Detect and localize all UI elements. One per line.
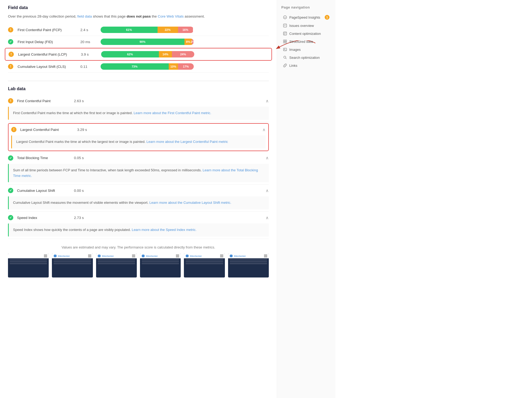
thumb1-menu [44,255,47,257]
sidebar-item-links[interactable]: Links [281,61,331,69]
t4l1 [142,259,179,260]
t6b3 [264,257,267,257]
thumb4-logo [142,255,145,257]
t5b1 [220,255,223,255]
field-data-link[interactable]: field data [77,14,92,18]
lab-fcp-value: 2.63 s [74,99,262,103]
lcp-bar-green: 62% [101,51,159,57]
field-data-header: Over the previous 28-day collection peri… [8,14,210,19]
sidebar: Page navigation PageSpeed Insights 1 Iss… [277,0,335,398]
fcp-row: ! First Contentful Paint (FCP) 2.4 s 61%… [8,24,269,36]
lcp-bar: 62% 14% 24% [101,51,194,57]
thumbnail-2: Sitechecker [52,254,93,277]
sidebar-item-pagespeed[interactable]: PageSpeed Insights 1 [281,13,331,22]
lab-lcp-detail: Largest Contentful Paint marks the time … [11,135,266,148]
t3b3 [132,257,135,257]
main-content: Field data Over the previous 28-day coll… [0,0,277,398]
t4b2 [176,256,179,256]
thumb3-title: Sitechecker [102,255,114,257]
thumb1-bar1 [44,255,47,255]
t2l2 [53,261,91,262]
t2l1 [53,259,91,260]
svg-point-2 [285,18,285,18]
lab-tbt-value: 0.05 s [74,156,262,160]
lab-data-section: Lab data ! First Contentful Paint 2.63 s… [8,81,269,277]
t2l3 [53,263,91,264]
page-layout: Field data Over the previous 28-day coll… [0,0,532,398]
lab-fcp-header[interactable]: ! First Contentful Paint 2.63 s ∧ [8,95,269,107]
estimated-note: Values are estimated and may vary. The p… [8,245,269,249]
lab-fcp-learn-more[interactable]: Learn more about the First Contentful Pa… [134,111,211,115]
thumb2-menu [88,255,91,257]
core-web-vitals-link[interactable]: Core Web Vitals [158,14,184,18]
sidebar-item-structured[interactable]: Structured data [281,38,331,45]
field-data-section: Field data Over the previous 28-day coll… [8,5,269,73]
lab-si-learn-more[interactable]: Learn more about the Speed Index metric. [132,228,197,232]
thumb4-title: Sitechecker [146,255,158,257]
field-metrics-list: ! First Contentful Paint (FCP) 2.4 s 61%… [8,24,269,73]
lab-lcp-value: 3.29 s [77,128,259,132]
lab-tbt-learn-more[interactable]: Learn more about the Total Blocking Time… [13,168,258,178]
thumb2-title: Sitechecker [58,255,70,257]
lab-cls-row: ✓ Cumulative Layout Shift 0.00 s ∧ Cumul… [8,185,269,212]
lab-lcp-icon: ! [11,127,17,132]
pagespeed-label: PageSpeed Insights [289,15,320,19]
lab-tbt-header[interactable]: ✓ Total Blocking Time 0.05 s ∧ [8,152,269,164]
sidebar-item-images[interactable]: Images [281,45,331,53]
t5b3 [220,257,223,257]
thumb4-menu [176,255,179,257]
lab-tbt-icon: ✓ [8,155,13,161]
cls-bar-green: 73% [101,63,169,70]
lab-fcp-row: ! First Contentful Paint 2.63 s ∧ First … [8,95,269,122]
thumb2-header: Sitechecker [52,254,93,258]
t2b2 [88,256,91,256]
structured-label: Structured data [289,40,313,44]
t1l2 [10,261,47,262]
images-label: Images [289,48,301,52]
lab-lcp-learn-more[interactable]: Learn more about the Largest Contentful … [146,140,228,144]
lab-si-header[interactable]: ✓ Speed Index 2.73 s ∧ [8,212,269,223]
lab-lcp-name: Largest Contentful Paint [20,128,73,132]
links-label: Links [289,64,297,68]
sidebar-item-content[interactable]: Content optimization [281,30,331,38]
lcp-bar-orange: 14% [159,51,172,57]
t3l1 [98,259,135,260]
fcp-bar-pink: 16% [178,27,193,33]
lab-cls-learn-more[interactable]: Learn more about the Cumulative Layout S… [149,201,231,205]
cls-bar-orange: 10% [169,63,178,70]
fid-bar-pink: 2% [192,39,194,45]
svg-rect-7 [283,42,285,43]
fcp-bar: 61% 22% 16% [101,27,194,33]
lab-lcp-header[interactable]: ! Largest Contentful Paint 3.29 s ∧ [11,124,266,135]
cls-bar-pink: 17% [178,63,194,70]
fid-value: 20 ms [80,40,96,44]
thumb1-header [8,254,49,258]
svg-point-11 [284,56,286,58]
sidebar-item-issues[interactable]: Issues overview [281,22,331,30]
thumb3-logo [98,255,101,257]
header-end: assessment. [185,14,205,18]
t1l1 [10,259,47,260]
thumb6-logo [230,255,233,257]
lab-fcp-chevron: ∧ [266,98,269,103]
thumb5-content [184,258,225,277]
cls-icon: ! [8,64,13,69]
svg-rect-8 [285,42,287,43]
svg-rect-6 [285,40,287,41]
lcp-bar-pink: 24% [172,51,194,57]
cls-row: ! Cumulative Layout Shift (CLS) 0.11 73%… [8,61,269,73]
gauge-icon [283,15,287,19]
thumbnail-4: Sitechecker [140,254,181,277]
issues-icon [283,23,287,28]
lab-cls-header[interactable]: ✓ Cumulative Layout Shift 0.00 s ∧ [8,185,269,196]
lab-si-name: Speed Index [17,216,70,220]
thumbnails-row: Sitechecker [8,254,269,277]
thumb6-title: Sitechecker [234,255,246,257]
lab-fcp-detail: First Contentful Paint marks the time at… [8,107,269,120]
fid-bar-green: 90% [101,39,184,45]
lab-cls-detail: Cumulative Layout Shift measures the mov… [8,196,269,209]
sidebar-item-search[interactable]: Search optimization [281,53,331,61]
svg-rect-5 [283,40,285,41]
t2b3 [88,257,91,257]
fid-name: First Input Delay (FID) [18,40,76,44]
